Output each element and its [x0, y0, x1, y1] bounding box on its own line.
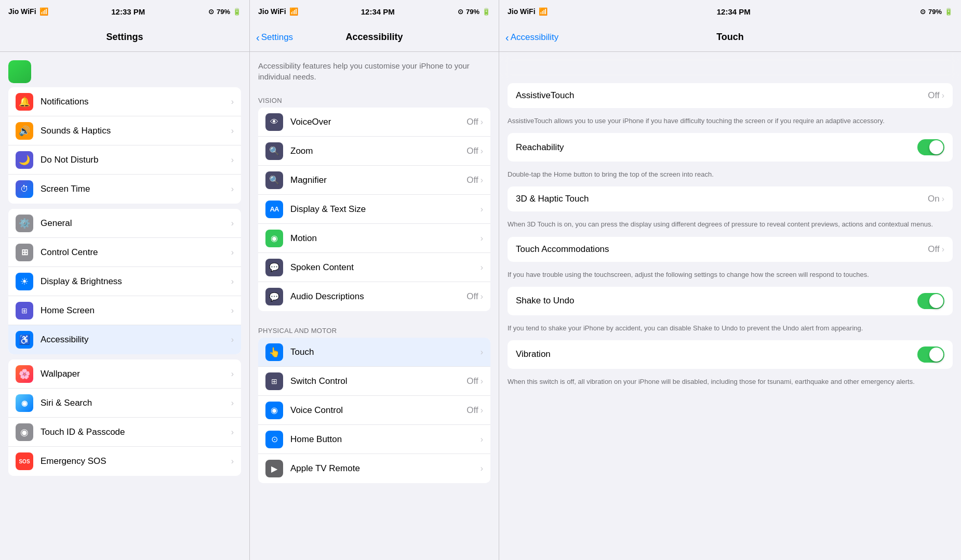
row-touch-id[interactable]: ◉ Touch ID & Passcode ›	[8, 418, 241, 447]
home-button-label: Home Button	[290, 434, 480, 445]
nav-bar-p3: ‹ Accessibility Touch	[499, 23, 961, 52]
3d-touch-row[interactable]: 3D & Haptic Touch On ›	[508, 186, 953, 211]
chevron-icon: ›	[231, 184, 234, 194]
row-voice-control[interactable]: ◉ Voice Control Off ›	[258, 396, 490, 425]
row-notifications[interactable]: 🔔 Notifications ›	[8, 87, 241, 116]
chevron-icon: ›	[480, 146, 483, 156]
row-spoken-content[interactable]: 💬 Spoken Content ›	[258, 253, 490, 282]
row-touch[interactable]: 👆 Touch ›	[258, 338, 490, 367]
dnd-label: Do Not Disturb	[41, 155, 231, 165]
top-blur-p3	[499, 52, 961, 83]
row-do-not-disturb[interactable]: 🌙 Do Not Disturb ›	[8, 145, 241, 175]
reachability-row[interactable]: Reachability	[508, 133, 953, 162]
general-label: General	[41, 218, 231, 229]
back-button-p3[interactable]: ‹ Accessibility	[505, 32, 558, 43]
magnifier-icon: 🔍	[265, 171, 283, 189]
sounds-label: Sounds & Haptics	[41, 126, 231, 136]
row-voiceover[interactable]: 👁 VoiceOver Off ›	[258, 108, 490, 137]
row-general[interactable]: ⚙️ General ›	[8, 209, 241, 238]
notifications-icon: 🔔	[16, 93, 33, 111]
status-left-p2: Jio WiFi 📶	[258, 7, 298, 16]
accessibility-note: Accessibility features help you customis…	[250, 52, 499, 86]
home-screen-icon: ⊞	[16, 302, 33, 319]
row-magnifier[interactable]: 🔍 Magnifier Off ›	[258, 166, 490, 195]
row-sounds-haptics[interactable]: 🔊 Sounds & Haptics ›	[8, 116, 241, 145]
row-motion[interactable]: ◉ Motion ›	[258, 224, 490, 253]
shake-undo-row[interactable]: Shake to Undo	[508, 287, 953, 315]
chevron-icon: ›	[480, 234, 483, 243]
row-home-screen[interactable]: ⊞ Home Screen ›	[8, 296, 241, 325]
shake-undo-desc: If you tend to shake your iPhone by acci…	[499, 319, 961, 340]
reachability-desc: Double-tap the Home button to bring the …	[499, 166, 961, 186]
location-icon-p2: ⊙	[458, 8, 463, 16]
sos-right: ›	[231, 457, 234, 466]
spoken-content-right: ›	[480, 263, 483, 272]
touch-icon: 👆	[265, 343, 283, 361]
row-display-text-size[interactable]: AA Display & Text Size ›	[258, 195, 490, 224]
row-accessibility[interactable]: ♿ Accessibility ›	[8, 325, 241, 354]
reachability-toggle[interactable]	[917, 139, 944, 155]
vibration-row[interactable]: Vibration	[508, 340, 953, 369]
row-siri-search[interactable]: ◉ Siri & Search ›	[8, 389, 241, 418]
3d-touch-chevron: ›	[942, 194, 944, 204]
display-right: ›	[231, 277, 234, 286]
row-emergency-sos[interactable]: SOS Emergency SOS ›	[8, 447, 241, 476]
magnifier-value: Off	[466, 175, 478, 185]
chevron-icon: ›	[480, 348, 483, 357]
magnifier-label: Magnifier	[290, 175, 466, 185]
settings-list[interactable]: 🔔 Notifications › 🔊 Sounds & Haptics › 🌙	[0, 52, 249, 560]
chevron-icon: ›	[231, 369, 234, 379]
vibration-desc: When this switch is off, all vibration o…	[499, 373, 961, 394]
assistive-touch-row[interactable]: AssistiveTouch Off ›	[508, 83, 953, 108]
back-label-p3: Accessibility	[511, 32, 559, 43]
dnd-right: ›	[231, 155, 234, 165]
status-left-p3: Jio WiFi 📶	[508, 7, 548, 16]
screen-time-right: ›	[231, 184, 234, 194]
audio-desc-right: Off ›	[466, 291, 483, 302]
settings-group-wallpaper: 🌸 Wallpaper › ◉ Siri & Search › ◉	[8, 359, 241, 476]
voice-control-icon: ◉	[265, 402, 283, 419]
screen-time-label: Screen Time	[41, 184, 231, 194]
display-text-right: ›	[480, 205, 483, 214]
row-apple-tv-remote[interactable]: ▶ Apple TV Remote ›	[258, 454, 490, 483]
row-audio-desc[interactable]: 💬 Audio Descriptions Off ›	[258, 282, 490, 311]
row-control-centre[interactable]: ⊞ Control Centre ›	[8, 238, 241, 267]
battery-p2: 79%	[466, 8, 479, 16]
touch-settings-list[interactable]: AssistiveTouch Off › AssistiveTouch allo…	[499, 83, 961, 560]
assistive-touch-title: AssistiveTouch	[516, 90, 928, 101]
sounds-right: ›	[231, 126, 234, 136]
chevron-icon: ›	[231, 306, 234, 315]
row-wallpaper[interactable]: 🌸 Wallpaper ›	[8, 359, 241, 389]
row-screen-time[interactable]: ⏱ Screen Time ›	[8, 175, 241, 204]
row-display-brightness[interactable]: ☀ Display & Brightness ›	[8, 267, 241, 296]
accessibility-list[interactable]: Accessibility features help you customis…	[250, 52, 499, 560]
section-header-motor: PHYSICAL AND MOTOR	[250, 316, 499, 338]
touch-label: Touch	[290, 347, 480, 357]
assistive-touch-chevron: ›	[942, 91, 944, 100]
vibration-toggle[interactable]	[917, 346, 944, 363]
control-centre-icon: ⊞	[16, 244, 33, 261]
screen-time-icon: ⏱	[16, 180, 33, 198]
panel-accessibility: Jio WiFi 📶 12:34 PM ⊙ 79% 🔋 ‹ Settings A…	[249, 0, 499, 560]
row-home-button[interactable]: ⊙ Home Button ›	[258, 425, 490, 454]
network-p3: Jio WiFi	[508, 7, 536, 16]
touch-id-right: ›	[231, 428, 234, 437]
motion-right: ›	[480, 234, 483, 243]
shake-undo-toggle[interactable]	[917, 293, 944, 309]
touch-accommodations-row[interactable]: Touch Accommodations Off ›	[508, 237, 953, 262]
wifi-icon-p2: 📶	[289, 7, 298, 16]
display-label: Display & Brightness	[41, 276, 231, 287]
row-switch-control[interactable]: ⊞ Switch Control Off ›	[258, 367, 490, 396]
battery-icon-p2: 🔋	[482, 8, 490, 16]
wallpaper-right: ›	[231, 369, 234, 379]
chevron-icon: ›	[231, 457, 234, 466]
time-p1: 12:33 PM	[111, 7, 145, 16]
chevron-icon: ›	[480, 406, 483, 415]
chevron-icon: ›	[480, 263, 483, 272]
status-right-p3: ⊙ 79% 🔋	[920, 8, 953, 16]
zoom-icon: 🔍	[265, 142, 283, 160]
row-zoom[interactable]: 🔍 Zoom Off ›	[258, 137, 490, 166]
nav-title-p2: Accessibility	[345, 32, 403, 43]
back-button-p2[interactable]: ‹ Settings	[256, 32, 293, 43]
sos-label: Emergency SOS	[41, 456, 231, 466]
